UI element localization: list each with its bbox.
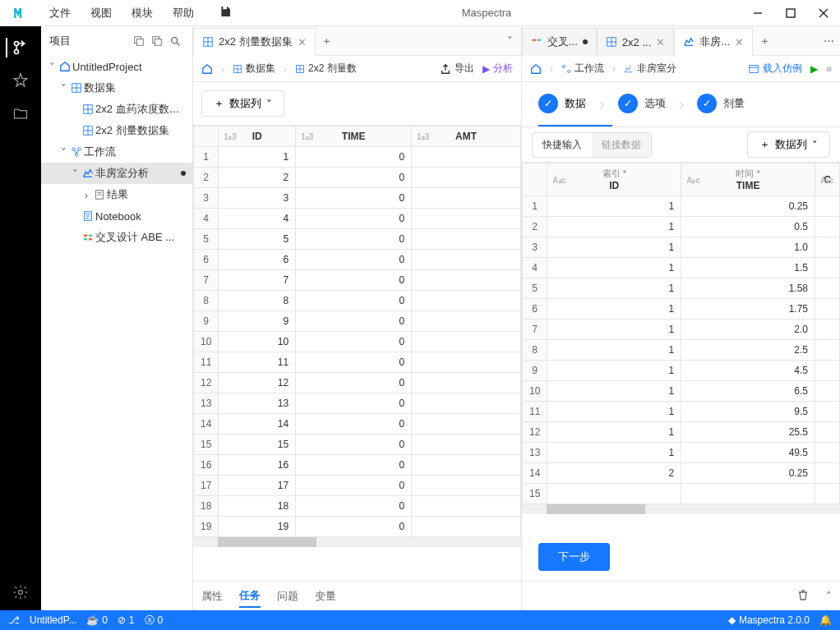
table-row[interactable]: 1420.25 (523, 463, 840, 484)
data-column-button[interactable]: ＋ 数据列 ˅ (201, 90, 284, 117)
tree-nca[interactable]: ˅ 非房室分析 (41, 163, 192, 184)
table-row[interactable]: 511.58 (523, 278, 840, 299)
table-row[interactable]: 210.5 (523, 217, 840, 237)
table-row[interactable]: 12120 (194, 373, 521, 393)
col-header-id[interactable]: 索引 *AᵦcID (547, 163, 681, 196)
table-row[interactable]: 16160 (194, 455, 521, 476)
status-coffee[interactable]: ☕ 0 (86, 614, 108, 626)
table-row[interactable]: 660 (194, 250, 521, 270)
activity-settings[interactable] (6, 577, 35, 607)
tree-dataset-group[interactable]: ˅ 数据集 (41, 77, 192, 99)
table-row[interactable]: 13130 (194, 393, 521, 414)
breadcrumb-workflow[interactable]: 工作流 (561, 62, 604, 76)
bottom-tab-vars[interactable]: 变量 (315, 586, 336, 607)
table-row[interactable]: 411.5 (523, 258, 840, 278)
table-row[interactable]: 19190 (194, 517, 521, 537)
table-row[interactable]: 812.5 (523, 340, 840, 361)
table-row[interactable]: 1016.5 (523, 381, 840, 402)
table-row[interactable]: 15 (523, 484, 840, 504)
tab-more-button[interactable]: ⋯ (817, 34, 840, 47)
table-row[interactable]: 1119.5 (523, 402, 840, 422)
menu-file[interactable]: 文件 (41, 2, 79, 24)
menu-view[interactable]: 视图 (82, 2, 120, 24)
table-row[interactable]: 914.5 (523, 361, 840, 381)
seg-link-data[interactable]: 链接数据 (592, 133, 651, 157)
data-table-right[interactable]: 索引 *AᵦcID 时间 *AᵦcTIME AᵦcC 110.25210.531… (522, 163, 840, 504)
activity-folder[interactable] (6, 99, 35, 128)
data-table-left[interactable]: 1₂3ID 1₂3TIME 1₂3AMT 1102203304405506607… (193, 126, 521, 537)
breadcrumb-data[interactable]: 数据集 (233, 62, 275, 76)
breadcrumb-item[interactable]: 2x2 剂量数 (295, 62, 357, 76)
table-row[interactable]: 11110 (194, 352, 521, 373)
analyze-button[interactable]: ▶ 分析 (482, 62, 513, 76)
horizontal-scrollbar[interactable] (522, 504, 840, 514)
new-folder-icon[interactable] (148, 32, 166, 50)
bottom-tab-props[interactable]: 属性 (201, 586, 223, 607)
next-button[interactable]: 下一步 (538, 543, 610, 571)
step-dose[interactable]: ✓ 剂量 (697, 94, 745, 113)
table-row[interactable]: 611.75 (523, 299, 840, 320)
tree-dataset-2[interactable]: 2x2 剂量数据集 (41, 120, 192, 141)
table-row[interactable]: 12125.5 (523, 422, 840, 443)
table-row[interactable]: 110.25 (523, 196, 840, 217)
tree-notebook[interactable]: Notebook (41, 205, 192, 227)
tab-close-icon[interactable]: ✕ (735, 36, 744, 48)
breadcrumb-home[interactable] (530, 63, 542, 75)
col-header-amt[interactable]: 1₂3AMT (412, 126, 521, 147)
load-example-button[interactable]: 载入仿例 (748, 62, 802, 76)
table-row[interactable]: 110 (194, 147, 521, 168)
breadcrumb-home[interactable] (201, 63, 213, 75)
data-column-button-right[interactable]: ＋ 数据列 ˅ (747, 131, 830, 158)
tree-workflow[interactable]: ˅ 工作流 (41, 141, 192, 163)
collapse-all-icon[interactable] (130, 32, 148, 50)
tab-more-button[interactable]: ˅ (498, 34, 521, 47)
stop-button[interactable]: ■ (826, 63, 832, 75)
table-row[interactable]: 550 (194, 229, 521, 250)
table-row[interactable]: 10100 (194, 332, 521, 352)
table-row[interactable]: 15150 (194, 435, 521, 455)
table-row[interactable]: 17170 (194, 476, 521, 496)
horizontal-scrollbar[interactable] (193, 537, 521, 547)
bottom-tab-tasks[interactable]: 任务 (239, 585, 261, 608)
collapse-up-icon[interactable]: ˄ (826, 590, 832, 602)
activity-star[interactable] (6, 66, 35, 95)
table-row[interactable]: 330 (194, 188, 521, 209)
export-button[interactable]: 导出 (440, 62, 474, 76)
tab-add-button[interactable]: ＋ (753, 34, 776, 48)
tree-project-root[interactable]: ˅ UntitledProject (41, 56, 192, 77)
seg-quick-input[interactable]: 快捷输入 (533, 133, 592, 157)
col-header-time[interactable]: 1₂3TIME (296, 126, 412, 147)
table-row[interactable]: 311.0 (523, 237, 840, 258)
menu-module[interactable]: 模块 (123, 2, 161, 24)
delete-icon[interactable] (796, 588, 810, 604)
table-row[interactable]: 18180 (194, 496, 521, 517)
breadcrumb-nca[interactable]: 非房室分 (624, 62, 676, 76)
tab-close-icon[interactable]: ✕ (656, 36, 665, 48)
status-version[interactable]: ◆ Maspectra 2.0.0 (728, 614, 810, 626)
tree-crossover[interactable]: 交叉设计 ABE ... (41, 227, 192, 248)
table-row[interactable]: 770 (194, 270, 521, 291)
maximize-button[interactable] (774, 0, 807, 26)
tab-crossover[interactable]: 交叉... (522, 28, 597, 56)
col-header-id[interactable]: 1₂3ID (219, 126, 296, 147)
tab-close-icon[interactable]: ✕ (298, 36, 307, 48)
status-error[interactable]: ⓧ 0 (145, 614, 164, 628)
table-row[interactable]: 712.0 (523, 320, 840, 340)
close-button[interactable] (807, 0, 840, 26)
tree-result[interactable]: › 结果 (41, 184, 192, 205)
step-options[interactable]: ✓ 选项 (618, 94, 666, 113)
menu-help[interactable]: 帮助 (164, 2, 202, 24)
save-button[interactable] (219, 5, 232, 21)
minimize-button[interactable] (741, 0, 774, 26)
bottom-tab-problems[interactable]: 问题 (277, 586, 298, 607)
tab-dataset[interactable]: 2x2 剂量数据集 ✕ (193, 28, 316, 56)
tab-nca[interactable]: 非房... ✕ (674, 28, 753, 56)
status-check[interactable]: ⊘ 1 (118, 614, 135, 626)
status-branch[interactable]: ⎇ (8, 614, 20, 626)
table-row[interactable]: 440 (194, 209, 521, 229)
activity-source[interactable] (6, 33, 35, 62)
run-button[interactable]: ▶ (810, 63, 818, 75)
table-row[interactable]: 990 (194, 311, 521, 332)
table-row[interactable]: 13149.5 (523, 443, 840, 463)
table-row[interactable]: 220 (194, 168, 521, 188)
